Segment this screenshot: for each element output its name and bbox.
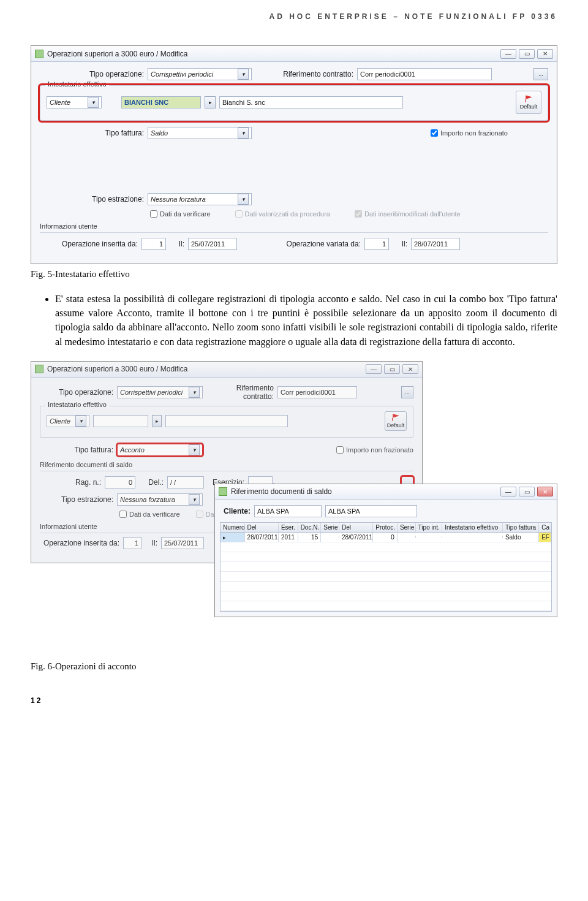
op-inserita-value: 1 (123, 537, 141, 549)
grid-row-empty (221, 582, 551, 591)
window-titlebar: Riferimento documenti di saldo — ▭ ✕ (215, 484, 557, 500)
page-number: 12 (31, 696, 557, 705)
tipo-fattura-combo[interactable]: Saldo ▾ (148, 127, 252, 139)
list-item: E' stata estesa la possibilità di colleg… (55, 292, 557, 349)
il-label-1: Il: (170, 240, 184, 248)
app-icon (219, 487, 227, 496)
dati-valorizzati-checkbox: Dati valorizzati da procedura (235, 210, 330, 218)
minimize-button[interactable]: — (500, 49, 516, 59)
tipo-estrazione-label: Tipo estrazione: (40, 195, 144, 203)
rif-contratto-label: Riferimento contratto: (206, 384, 274, 401)
checkbox-label: Importo non frazionato (440, 129, 508, 137)
dati-verificare-checkbox[interactable]: Dati da verificare (150, 210, 211, 218)
intestatario-name[interactable] (165, 415, 288, 427)
window-titlebar: Operazioni superiori a 3000 euro / Modif… (31, 46, 557, 62)
lookup-small-button[interactable]: ▸ (152, 415, 162, 427)
cliente-combo[interactable]: Cliente ▾ (47, 96, 102, 108)
checkbox-label: Importo non frazionato (346, 446, 413, 454)
lookup-small-button[interactable]: ▸ (205, 96, 216, 108)
cell: ▸ (221, 533, 245, 542)
col-eser: Eser. (279, 523, 298, 532)
rif-contratto-input[interactable]: Corr periodici0001 (277, 386, 357, 398)
op-variata-label: Operazione variata da: (269, 240, 361, 248)
chevron-down-icon[interactable]: ▾ (75, 416, 86, 427)
checkbox-label: Dati da verificare (129, 511, 180, 518)
chevron-down-icon[interactable]: ▾ (238, 194, 249, 205)
close-button[interactable]: ✕ (402, 364, 418, 374)
dati-verificare-checkbox[interactable]: Dati da verificare (119, 511, 180, 518)
checkbox-label: Dati valorizzati da procedura (245, 210, 330, 218)
rif-contratto-input[interactable]: Corr periodici0001 (357, 68, 492, 80)
results-grid[interactable]: Numero Del Eser. Doc.N. Serie Del Protoc… (220, 522, 552, 612)
chevron-down-icon[interactable]: ▾ (238, 69, 249, 80)
close-button[interactable]: ✕ (537, 49, 553, 59)
cliente-code[interactable]: ALBA SPA (254, 505, 322, 517)
maximize-button[interactable]: ▭ (384, 364, 400, 374)
rif-doc-saldo-section: Riferimento documenti di saldo (40, 461, 413, 468)
maximize-button[interactable]: ▭ (519, 49, 535, 59)
il-value: 25/07/2011 (161, 537, 204, 549)
il-date-2: 28/07/2011 (411, 238, 460, 250)
group-title: Intestatario effettivo (45, 80, 109, 88)
cliente-combo[interactable]: Cliente▾ (47, 415, 89, 427)
tipo-fattura-combo[interactable]: Acconto▾ (117, 444, 203, 456)
importo-checkbox[interactable]: Importo non frazionato (336, 446, 413, 454)
default-button[interactable]: Default (385, 411, 407, 431)
flag-icon (525, 95, 532, 102)
intestatario-code[interactable] (93, 415, 148, 427)
figure-5-caption: Fig. 5-Intestatario effettivo (31, 269, 557, 279)
window-title: Riferimento documenti di saldo (231, 487, 500, 496)
checkbox-input[interactable] (336, 446, 344, 454)
grid-header: Numero Del Eser. Doc.N. Serie Del Protoc… (221, 523, 551, 533)
tipo-fattura-value: Saldo (151, 129, 168, 137)
default-label: Default (520, 104, 538, 110)
lookup-button[interactable]: ... (401, 386, 413, 398)
cell: 28/07/2011 (245, 533, 279, 542)
checkbox-input[interactable] (150, 210, 157, 218)
chevron-down-icon[interactable]: ▾ (189, 444, 200, 455)
maximize-button[interactable]: ▭ (519, 487, 535, 496)
close-button[interactable]: ✕ (537, 487, 553, 496)
group-title: Intestatario effettivo (45, 401, 109, 408)
tipo-operazione-label: Tipo operazione: (40, 70, 144, 78)
importo-non-frazionato-checkbox[interactable]: Importo non frazionato (431, 129, 508, 137)
running-header: AD HOC ENTERPRISE – NOTE FUNZIONALI FP 0… (31, 12, 557, 45)
chevron-down-icon[interactable]: ▾ (189, 387, 200, 398)
window-titlebar: Operazioni superiori a 3000 euro / Modif… (31, 362, 422, 378)
lookup-button[interactable]: ... (533, 68, 548, 80)
cell: 0 (373, 533, 398, 542)
cliente-name[interactable]: ALBA SPA (325, 505, 417, 517)
chevron-down-icon[interactable]: ▾ (238, 127, 249, 139)
dati-disabled: Da (196, 511, 214, 518)
col-tipofattura: Tipo fattura (503, 523, 539, 532)
il-date-1: 25/07/2011 (188, 238, 237, 250)
tipo-fattura-label: Tipo fattura: (40, 446, 113, 454)
intestatario-name-input[interactable]: Bianchi S. snc (219, 96, 403, 108)
grid-row-empty (221, 572, 551, 582)
grid-row-empty (221, 601, 551, 611)
tipo-estrazione-combo[interactable]: Nessuna forzatura▾ (117, 493, 203, 506)
rag-n-value[interactable]: 0 (105, 476, 135, 489)
tipo-estrazione-label: Tipo estrazione: (40, 495, 113, 504)
cell: 15 (298, 533, 322, 542)
minimize-button[interactable]: — (366, 364, 382, 374)
il-label: Il: (145, 539, 157, 547)
chevron-down-icon[interactable]: ▾ (189, 494, 200, 505)
checkbox-input[interactable] (119, 511, 127, 518)
del-value[interactable]: / / (167, 476, 204, 489)
default-label: Default (387, 422, 405, 428)
default-button[interactable]: Default (516, 91, 541, 114)
cell (416, 536, 443, 538)
minimize-button[interactable]: — (500, 487, 516, 496)
tipo-estrazione-combo[interactable]: Nessuna forzatura ▾ (148, 193, 252, 205)
checkbox-input[interactable] (431, 129, 438, 137)
grid-row-empty (221, 542, 551, 552)
cell: 2011 (279, 533, 298, 542)
op-variata-value: 1 (364, 238, 389, 250)
tipo-operazione-combo[interactable]: Corrispettivi periodici ▾ (148, 68, 252, 80)
intestatario-code-input[interactable]: BIANCHI SNC (121, 96, 201, 108)
combo-value: Cliente (50, 417, 70, 425)
chevron-down-icon[interactable]: ▾ (88, 97, 99, 108)
tipo-operazione-combo[interactable]: Corrispettivi periodici▾ (117, 386, 203, 398)
grid-row[interactable]: ▸ 28/07/2011 2011 15 28/07/2011 0 Saldo … (221, 533, 551, 542)
